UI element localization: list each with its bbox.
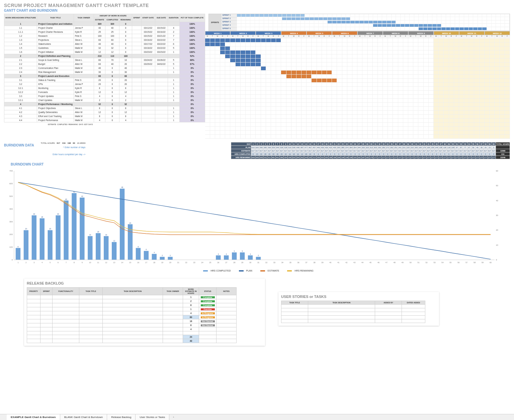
- week-header: WEEK 3: [256, 31, 281, 35]
- task-row[interactable]: 1.6Project InitiationMalik M1212003/23/2…: [4, 50, 205, 54]
- week-header: WEEK 6: [332, 31, 357, 35]
- userstory-row[interactable]: [281, 316, 425, 319]
- chart-bar: [232, 252, 237, 260]
- chart-bar: [216, 255, 221, 260]
- gantt-row: [205, 107, 510, 111]
- svg-text:2: 2: [25, 261, 26, 264]
- gantt-row: [205, 127, 510, 131]
- task-row[interactable]: 4Project Performance / Monitoring320320%: [4, 102, 205, 106]
- svg-text:29: 29: [241, 261, 243, 264]
- svg-text:49: 49: [402, 261, 404, 264]
- chart-bar: [112, 242, 116, 260]
- svg-text:36: 36: [297, 261, 299, 264]
- backlog-row[interactable]: 80In Progress: [27, 315, 237, 319]
- chart-bar: [168, 257, 173, 260]
- svg-text:300: 300: [9, 221, 13, 223]
- svg-text:9: 9: [82, 261, 83, 264]
- svg-text:16: 16: [105, 234, 107, 236]
- gantt-row: [205, 135, 510, 139]
- task-row[interactable]: 1.3ProjectionsSteve L6060003/16/2203/22/…: [4, 38, 205, 42]
- backlog-row[interactable]: 40: [27, 339, 237, 343]
- backlog-row[interactable]: 24: [27, 335, 237, 339]
- backlog-row[interactable]: [27, 331, 237, 335]
- svg-text:500: 500: [9, 195, 13, 197]
- week-header: WEEK 7: [357, 31, 383, 35]
- gantt-row: [205, 119, 510, 123]
- userstory-row[interactable]: [281, 312, 425, 316]
- chart-bar: [248, 255, 253, 260]
- task-row[interactable]: 1.1.1Project Charter RevisionsKylie R252…: [4, 30, 205, 34]
- task-row[interactable]: 4.1Project ObjectivesSteve L80810%: [4, 106, 205, 110]
- chart-bar: [136, 248, 141, 260]
- svg-text:48: 48: [394, 261, 396, 264]
- svg-text:20: 20: [169, 261, 171, 264]
- gantt-row: [205, 99, 510, 103]
- task-row[interactable]: 1.1Project CharterJenna P4040003/12/2203…: [4, 26, 205, 30]
- task-row[interactable]: 2.4Risk ManagementMalik M3003010%: [4, 70, 205, 74]
- task-row[interactable]: 4.3Effort and Cost TrackingMalik M80810%: [4, 114, 205, 118]
- svg-text:8: 8: [74, 261, 75, 264]
- gantt-row: [205, 123, 510, 127]
- task-row[interactable]: 2Project Definition and Planning21011010…: [4, 54, 205, 58]
- svg-text:25: 25: [209, 261, 211, 264]
- task-row[interactable]: 1.4StakeholdersAllen W4040003/17/2203/22…: [4, 42, 205, 46]
- svg-text:35: 35: [289, 261, 291, 264]
- backlog-row[interactable]: 2Complete: [27, 299, 237, 303]
- task-row[interactable]: 3.2KPIsJenna P2002010%: [4, 82, 205, 86]
- svg-text:0: 0: [496, 259, 497, 261]
- userstory-row[interactable]: [281, 305, 425, 308]
- task-row[interactable]: 3.1Status & TrackingPete S2002010%: [4, 78, 205, 82]
- backlog-row[interactable]: 1Overdue: [27, 307, 237, 311]
- task-row[interactable]: 2.1Scope & Goal SettingSteve L80701003/2…: [4, 58, 205, 62]
- task-row[interactable]: 3.3.1Chart UpdatesMalik M20210%: [4, 98, 205, 102]
- userstory-row[interactable]: [281, 308, 425, 312]
- gantt-area: WORK BREAKDOWN STRUCTURETASK TITLETASK O…: [4, 14, 510, 139]
- svg-text:24: 24: [129, 222, 131, 224]
- svg-text:26: 26: [217, 261, 219, 264]
- chart-bar: [224, 255, 229, 260]
- backlog-row[interactable]: 4: [27, 327, 237, 331]
- section-gantt-title: GANTT CHART AND BURNDOWN: [4, 9, 510, 12]
- svg-text:30: 30: [57, 213, 59, 215]
- backlog-row[interactable]: 8Not Started: [27, 323, 237, 327]
- svg-text:8: 8: [18, 246, 19, 248]
- svg-text:23: 23: [193, 261, 195, 264]
- chart-bar: [96, 233, 100, 260]
- burndown-table[interactable]: DAY1234567891011121314151617181920212223…: [231, 142, 510, 159]
- task-row[interactable]: 2.2BudgetAllen W60402003/29/2204/02/2256…: [4, 62, 205, 66]
- task-row[interactable]: 3.2.1MonitoringKylie R80810%: [4, 86, 205, 90]
- task-table[interactable]: WORK BREAKDOWN STRUCTURETASK TITLETASK O…: [4, 14, 205, 126]
- svg-text:51: 51: [418, 261, 420, 264]
- task-row[interactable]: 3Project Launch and Execution660660%: [4, 74, 205, 78]
- svg-text:42: 42: [81, 195, 83, 197]
- svg-text:16: 16: [89, 234, 91, 236]
- backlog-row[interactable]: 16Not Started: [27, 319, 237, 323]
- backlog-row[interactable]: 8Complete: [27, 303, 237, 307]
- gantt-row: [205, 71, 510, 75]
- backlog-row[interactable]: 4In Progress: [27, 311, 237, 315]
- burndown-chart-title: BURNDOWN CHART: [11, 163, 510, 166]
- task-row[interactable]: 3.3Project UpdatesPete S40410%: [4, 94, 205, 98]
- task-row[interactable]: 4.2Quality DeliverablesAllen W1201210%: [4, 110, 205, 114]
- svg-text:46: 46: [377, 261, 379, 264]
- svg-text:17: 17: [145, 261, 147, 264]
- svg-text:14: 14: [121, 261, 123, 264]
- task-row[interactable]: 1.5GuidelinesMalik M3232003/18/2203/22/2…: [4, 46, 205, 50]
- burndown-chart: 0100200300400500600700010203040506012345…: [4, 168, 505, 268]
- userstory-row[interactable]: [281, 319, 425, 323]
- svg-text:20: 20: [49, 228, 51, 230]
- task-row[interactable]: 1.2ResearchPete S100100003/15/2203/21/22…: [4, 34, 205, 38]
- task-row[interactable]: 2.3Communication PlanMalik M4004010%: [4, 66, 205, 70]
- backlog-row[interactable]: 1Complete: [27, 295, 237, 299]
- task-row[interactable]: 4.4Project PerformanceMalik M40410%: [4, 118, 205, 122]
- release-backlog-title: RELEASE BACKLOG: [27, 281, 262, 285]
- gantt-row: [205, 42, 510, 46]
- svg-text:2: 2: [170, 254, 171, 256]
- svg-text:58: 58: [474, 261, 476, 264]
- chart-bar: [144, 251, 149, 260]
- week-header: WEEK 2: [230, 31, 256, 35]
- task-row[interactable]: 1Project Conception and Initiation309309…: [4, 22, 205, 26]
- gantt-row: [205, 38, 510, 42]
- chart-bar: [48, 230, 53, 260]
- task-row[interactable]: 3.2.2ForecastsKylie R1201210%: [4, 90, 205, 94]
